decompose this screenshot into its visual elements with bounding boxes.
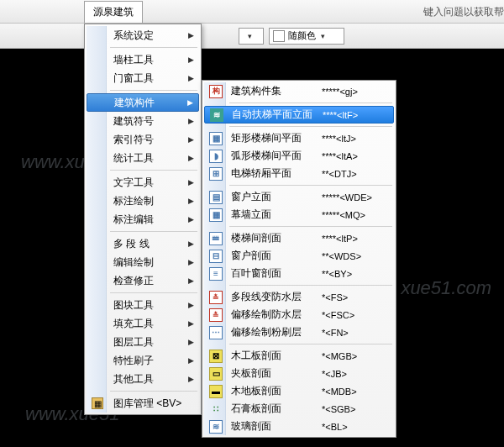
submenu-item-shortcut: *****<MQ> [322,210,365,220]
submenu-item-icon: ▭ [209,367,223,381]
submenu-item-shortcut: *<JB> [322,369,347,379]
submenu-item-label: 矩形楼梯间平面 [231,131,302,145]
menu-item[interactable]: 系统设定▶ [87,26,199,45]
submenu-item[interactable]: ◗弧形楼梯间平面****<ltA> [204,147,394,165]
submenu-item[interactable]: ≡百叶窗剖面**<BY> [204,265,394,282]
menu-item[interactable]: 特性刷子▶ [87,351,199,370]
menu-item-label: 编辑绘制 [113,255,154,270]
menu-separator [110,47,197,48]
submenu-item[interactable]: ▭夹板剖面*<JB> [204,365,394,382]
menu-item[interactable]: 其他工具▶ [87,370,199,388]
color-dropdown-label: 随颜色 [288,29,316,42]
menu-item-label: 标注编辑 [113,213,154,227]
submenu-item-icon: ⊟ [209,250,223,263]
submenu-separator [229,226,392,227]
submenu-item-icon: ◗ [209,150,223,163]
submenu-item[interactable]: ≛偏移绘制防水层*<FSC> [204,306,394,323]
submenu-arrow-icon: ▶ [188,74,194,82]
submenu-item-label: 木工板剖面 [231,349,281,363]
menu-item[interactable]: 编辑绘制▶ [87,253,199,271]
submenu-item-shortcut: *<BL> [322,422,348,432]
submenu-item-label: 多段线变防水层 [231,290,302,304]
submenu-item-label: 弧形楼梯间平面 [231,149,302,163]
submenu-item-shortcut: ****<ltJ> [322,134,356,144]
menu-item[interactable]: 检查修正▶ [87,271,199,290]
submenu-separator [229,285,392,286]
submenu-item-label: 夹板剖面 [231,366,271,381]
submenu-item[interactable]: ⊠木工板剖面*<MGB> [204,347,394,365]
submenu-item-shortcut: **<DTJ> [322,169,357,179]
submenu-arrow-icon: ▶ [188,178,194,187]
menu-item-label: 特性刷子 [113,354,154,368]
submenu-item[interactable]: ≛多段线变防水层*<FS> [204,288,394,306]
submenu-arrow-icon: ▶ [188,197,194,205]
menu-item-label: 检查修正 [113,274,154,288]
menu-item-label: 统计工具 [113,151,154,166]
submenu-item-shortcut: **<WDS> [322,251,361,261]
submenu-item[interactable]: ▤窗户立面*****<WDE> [204,188,394,206]
submenu-arrow-icon: ▶ [188,135,194,144]
menu-item[interactable]: 建筑构件▶ [87,93,199,112]
menu-item-label: 系统设定 [113,29,154,43]
submenu-item[interactable]: ⊟窗户剖面**<WDS> [204,247,394,265]
submenu-item[interactable]: ▬木地板剖面*<MDB> [204,382,394,400]
submenu-arrow-icon: ▶ [188,301,194,309]
submenu-item[interactable]: ∷石膏板剖面*<SGB> [204,400,394,418]
menu-item[interactable]: 标注编辑▶ [87,210,199,229]
menu-item[interactable]: 图块工具▶ [87,296,199,314]
submenu-item-label: 石膏板剖面 [231,402,281,416]
submenu-item-label: 楼梯间剖面 [231,231,281,245]
menu-item[interactable]: 建筑符号▶ [87,112,199,130]
submenu-arrow-icon: ▶ [188,375,194,383]
submenu-item-shortcut: *<FSC> [322,310,354,320]
main-menu: 系统设定▶墙柱工具▶门窗工具▶建筑构件▶建筑符号▶索引符号▶统计工具▶文字工具▶… [84,24,202,415]
menu-item[interactable]: 统计工具▶ [87,149,199,167]
submenu-item[interactable]: ≋玻璃剖面*<BL> [204,418,394,435]
submenu-item[interactable]: ▦矩形楼梯间平面****<ltJ> [204,129,394,147]
submenu-item-shortcut: **<BY> [322,269,352,279]
color-dropdown[interactable]: 随颜色 ▾ [269,28,344,45]
submenu-item-shortcut: ****<ltF> [323,110,358,120]
menu-item[interactable]: 多 段 线▶ [87,234,199,253]
menu-item[interactable]: 标注绘制▶ [87,192,199,210]
chevron-down-icon: ▾ [248,32,252,40]
submenu-arrow-icon: ▶ [188,338,194,346]
toolbar: ▾ 随颜色 ▾ [0,24,504,49]
help-hint: 键入问题以获取帮 [423,5,504,19]
submenu-item-label: 偏移绘制防水层 [231,308,302,322]
menu-item[interactable]: 填充工具▶ [87,314,199,333]
menu-item[interactable]: 门窗工具▶ [87,69,199,87]
menu-item-library[interactable]: ▦图库管理 <BV> [87,394,199,413]
app-menu-tab[interactable]: 源泉建筑 [84,1,143,23]
submenu-item-label: 窗户立面 [231,190,271,204]
submenu-arrow-icon: ▶ [188,55,194,64]
submenu-item-icon: ≛ [209,291,223,304]
submenu-item-shortcut: *<FN> [322,328,349,338]
submenu-item-shortcut: *<MDB> [322,387,357,397]
top-bar: 源泉建筑 键入问题以获取帮 [0,0,504,24]
submenu-item-label: 偏移绘制粉刷层 [231,325,302,339]
submenu-item[interactable]: ≋自动扶梯平面立面****<ltF> [204,106,394,124]
menu-item-label: 文字工具 [113,176,154,190]
submenu-item-icon: ≋ [210,108,223,122]
submenu-arrow-icon: ▶ [188,117,194,125]
menu-item[interactable]: 索引符号▶ [87,130,199,149]
menu-item[interactable]: 文字工具▶ [87,173,199,192]
submenu-item-label: 自动扶梯平面立面 [232,108,312,122]
submenu-item[interactable]: ▦幕墙立面*****<MQ> [204,206,394,224]
menu-item-label: 墙柱工具 [113,53,154,67]
submenu-arrow-icon: ▶ [188,154,194,162]
submenu-building-components: 构建筑构件集*****<gj>≋自动扶梯平面立面****<ltF>▦矩形楼梯间平… [202,80,396,438]
dropdown-small[interactable]: ▾ [239,28,264,45]
submenu-separator [229,126,392,127]
submenu-item[interactable]: ⋯偏移绘制粉刷层*<FN> [204,323,394,341]
submenu-item-label: 建筑构件集 [231,84,281,98]
menu-item-label: 图块工具 [113,298,154,313]
menu-item[interactable]: 图层工具▶ [87,333,199,351]
menu-item[interactable]: 墙柱工具▶ [87,50,199,69]
submenu-item[interactable]: ⊞电梯轿厢平面**<DTJ> [204,165,394,182]
submenu-item[interactable]: 构建筑构件集*****<gj> [204,82,394,100]
submenu-arrow-icon: ▶ [188,215,194,224]
submenu-arrow-icon: ▶ [188,276,194,285]
submenu-item[interactable]: ⩸楼梯间剖面****<ltP> [204,229,394,247]
